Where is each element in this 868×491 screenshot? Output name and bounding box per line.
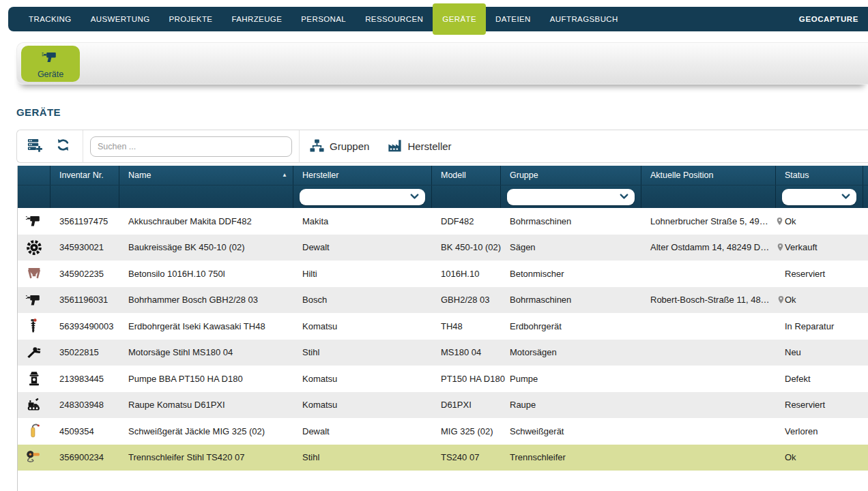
cell-gruppe: Raupe <box>501 400 641 410</box>
add-device-button[interactable] <box>23 137 46 155</box>
column-header-status[interactable]: Status <box>776 166 863 185</box>
geraete-table: Inventar Nr.Name▲HerstellerModellGruppeA… <box>17 166 868 491</box>
column-header-label: Hersteller <box>302 166 339 185</box>
cell-inventar-nr: 345930021 <box>50 242 119 252</box>
cell-name: Schweißgerät Jäckle MIG 325 (02) <box>119 426 293 436</box>
cell-name: Bohrhammer Bosch GBH2/28 03 <box>119 295 293 305</box>
cell-aktuelle-position: Alter Ostdamm 14, 48249 D… <box>641 242 776 252</box>
filter-cell-hersteller <box>293 185 432 208</box>
drill-icon <box>18 212 50 230</box>
cell-modell: D61PXI <box>432 400 501 410</box>
table-row[interactable]: 35022815Motorsäge Stihl MS180 04StihlMS1… <box>18 340 868 366</box>
cell-name: Pumpe BBA PT150 HA D180 <box>119 374 293 384</box>
cell-gruppe: Motorsägen <box>501 347 641 357</box>
cell-name: Raupe Komatsu D61PXI <box>119 400 293 410</box>
sort-ascending-icon: ▲ <box>282 166 287 185</box>
cell-inventar-nr: 345902235 <box>50 269 119 279</box>
cell-gruppe: Bohrmaschinen <box>501 295 641 305</box>
column-header-label: Aktuelle Position <box>650 166 713 185</box>
cell-name: Trennschleifer Stihl TS420 07 <box>119 452 293 462</box>
cell-gruppe: Bohrmaschinen <box>501 216 641 226</box>
concrete-silo-icon <box>18 265 50 282</box>
cell-status: Defekt <box>776 374 863 384</box>
brand-logo[interactable]: GEOCAPTURE <box>799 15 868 23</box>
column-header-gruppe[interactable]: Gruppe <box>501 166 641 185</box>
module-ribbon: Geräte <box>16 42 868 85</box>
cell-hersteller: Hilti <box>293 269 432 279</box>
cell-hersteller: Komatsu <box>293 400 432 410</box>
cell-status: Neu <box>776 347 863 357</box>
column-header-name[interactable]: Name▲ <box>119 166 293 185</box>
geraete-module-button[interactable]: Geräte <box>21 46 80 82</box>
table-body: 3561197475Akkuschrauber Makita DDF482Mak… <box>18 208 868 471</box>
nav-items: TRACKINGAUSWERTUNGPROJEKTEFAHRZEUGEPERSO… <box>19 3 628 35</box>
nav-item-personal[interactable]: PERSONAL <box>291 7 356 31</box>
column-header-label: Status <box>785 166 809 185</box>
cell-modell: DDF482 <box>432 216 501 226</box>
cell-hersteller: Dewalt <box>293 426 432 436</box>
chainsaw-icon <box>18 344 50 361</box>
nav-item-auftragsbuch[interactable]: AUFTRAGSBUCH <box>540 7 628 31</box>
cell-inventar-nr: 56393490003 <box>50 321 119 331</box>
chevron-down-icon <box>620 194 628 200</box>
page-title: GERÄTE <box>16 106 61 118</box>
cell-modell: BK 450-10 (02) <box>432 242 501 252</box>
column-header-modell[interactable]: Modell <box>432 166 501 185</box>
nav-item-auswertung[interactable]: AUSWERTUNG <box>81 7 160 31</box>
nav-item-fahrzeuge[interactable]: FAHRZEUGE <box>222 7 291 31</box>
factory-icon <box>387 138 403 155</box>
table-row[interactable]: 213983445Pumpe BBA PT150 HA D180KomatsuP… <box>18 366 868 392</box>
top-navigation: TRACKINGAUSWERTUNGPROJEKTEFAHRZEUGEPERSO… <box>8 7 868 31</box>
cell-inventar-nr: 356900234 <box>50 452 119 462</box>
table-filter-row <box>18 185 868 208</box>
filter-cell-empty <box>863 185 868 208</box>
filter-cell-empty <box>18 185 50 208</box>
cell-hersteller: Komatsu <box>293 321 432 331</box>
cell-name: Motorsäge Stihl MS180 04 <box>119 347 293 357</box>
cell-status: Reserviert <box>776 400 863 410</box>
refresh-button[interactable] <box>51 137 74 155</box>
column-header-hersteller[interactable]: Hersteller <box>293 166 432 185</box>
geraete-button-label: Geräte <box>38 70 63 79</box>
gruppen-button[interactable]: Gruppen <box>309 138 369 155</box>
cell-hersteller: Stihl <box>293 347 432 357</box>
filter-select-hersteller[interactable] <box>300 189 425 205</box>
table-row[interactable]: 356900234Trennschleifer Stihl TS420 07St… <box>18 445 868 471</box>
table-row[interactable]: 56393490003Erdbohrgerät Iseki Kawasaki T… <box>18 313 868 340</box>
cell-gruppe: Trennschleifer <box>501 452 641 462</box>
nav-item-geräte[interactable]: GERÄTE <box>433 3 486 35</box>
cell-aktuelle-position: Robert-Bosch-Straße 11, 48… <box>641 295 776 305</box>
column-header-aktuelle-position[interactable]: Aktuelle Position <box>641 166 776 185</box>
cell-hersteller: Bosch <box>293 295 432 305</box>
cell-modell: MS180 04 <box>432 347 501 357</box>
table-row[interactable]: 3561196031Bohrhammer Bosch GBH2/28 03Bos… <box>18 287 868 314</box>
column-header-label: Inventar Nr. <box>59 166 104 185</box>
table-row[interactable]: 345902235Betonsilo 1016H.10 750lHilti101… <box>18 261 868 287</box>
position-text: Lohnerbrucher Straße 5, 49… <box>650 216 768 226</box>
table-header-labels: Inventar Nr.Name▲HerstellerModellGruppeA… <box>18 166 868 185</box>
nav-item-tracking[interactable]: TRACKING <box>19 7 81 31</box>
cell-status: Ok <box>776 452 863 462</box>
filter-select-status[interactable] <box>782 189 856 205</box>
table-row[interactable]: 3561197475Akkuschrauber Makita DDF482Mak… <box>18 208 868 235</box>
pump-icon <box>18 370 50 387</box>
filter-cell-name <box>119 185 293 208</box>
table-row[interactable]: 248303948Raupe Komatsu D61PXIKomatsuD61P… <box>18 392 868 419</box>
cell-hersteller: Makita <box>293 216 432 226</box>
filter-cell-inventar-nr <box>50 185 119 208</box>
filter-cell-status <box>776 185 863 208</box>
table-row[interactable]: 4509354Schweißgerät Jäckle MIG 325 (02)D… <box>18 418 868 445</box>
cell-name: Baukreissäge BK 450-10 (02) <box>119 242 293 252</box>
table-row[interactable]: 345930021Baukreissäge BK 450-10 (02)Dewa… <box>18 235 868 261</box>
hersteller-button[interactable]: Hersteller <box>387 138 451 155</box>
cell-modell: 1016H.10 <box>432 269 501 279</box>
column-header-inventar-nr[interactable]: Inventar Nr. <box>50 166 119 185</box>
nav-item-ressourcen[interactable]: RESSOURCEN <box>356 7 433 31</box>
nav-item-dateien[interactable]: DATEIEN <box>486 7 540 31</box>
cell-modell: TS240 07 <box>432 452 501 462</box>
nav-item-projekte[interactable]: PROJEKTE <box>159 7 222 31</box>
search-input[interactable] <box>90 136 292 157</box>
filter-cell-aktuelle-position <box>641 185 776 208</box>
column-header-empty <box>18 166 50 185</box>
filter-select-gruppe[interactable] <box>507 189 635 205</box>
